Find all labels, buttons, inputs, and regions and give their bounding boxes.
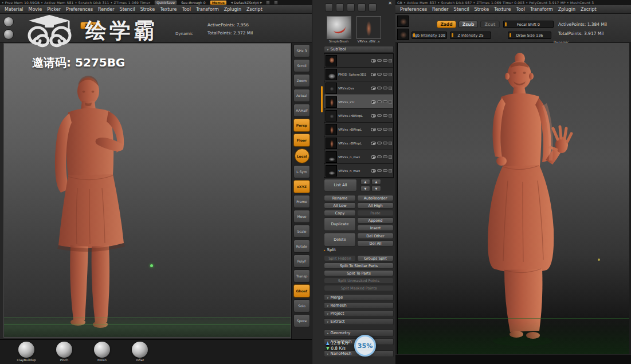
eye-icon[interactable] <box>371 59 376 62</box>
subtool-row[interactable]: VRVxsQvs <box>324 81 393 95</box>
remesh-section-header[interactable]: ▸ Remesh <box>324 302 394 309</box>
menu-zplugin[interactable]: Zplugin <box>224 7 241 12</box>
paint-icon[interactable] <box>389 114 392 118</box>
tray-spix[interactable]: SPix 3 <box>293 44 310 57</box>
split-to-parts-button[interactable]: Split To Parts <box>324 270 394 276</box>
z-intensity-slider[interactable]: Z Intensity 25 <box>450 32 491 39</box>
zsub-button[interactable]: Zsub <box>458 21 478 28</box>
all-high-button[interactable]: All High <box>357 202 394 209</box>
current-tool-thumb[interactable]: VRVxs_rBW_.s <box>355 16 382 43</box>
menu-zplugin[interactable]: Zplugin <box>558 7 575 12</box>
split-similar-button[interactable]: Split To Similar Parts <box>324 263 394 269</box>
tray-ghost[interactable]: Ghost <box>293 284 310 298</box>
palette-icon-3[interactable] <box>347 3 355 11</box>
all-low-button[interactable]: All Low <box>324 202 356 209</box>
brush-item[interactable]: Polish <box>89 342 115 362</box>
menu-zscript[interactable]: Zscript <box>246 7 262 12</box>
tray-local[interactable]: Local <box>295 148 309 163</box>
eye-icon[interactable] <box>371 100 376 104</box>
prev-zscript-icon[interactable]: ◀ <box>231 1 233 4</box>
menu-transform[interactable]: Transform <box>530 7 553 12</box>
quicksave-button[interactable]: QuickSave <box>154 0 177 5</box>
subtool-row-selected[interactable]: VRVxs_s'U <box>324 95 393 109</box>
toggle-icon[interactable] <box>377 59 382 62</box>
brush-picker-icon[interactable] <box>3 17 14 27</box>
subtool-down-icon[interactable]: ▼ <box>360 186 370 191</box>
titlebar-icon-a[interactable] <box>266 1 270 5</box>
toggle-icon[interactable] <box>383 169 387 172</box>
zadd-button[interactable]: Zadd <box>80 22 101 29</box>
tray-xyz[interactable]: xXYZ <box>293 180 310 193</box>
toggle-icon[interactable] <box>383 87 387 89</box>
subtool-row[interactable] <box>324 54 393 68</box>
tray-lsym[interactable]: L.Sym <box>293 165 310 178</box>
eye-icon[interactable] <box>371 128 376 131</box>
toggle-icon[interactable] <box>383 59 387 62</box>
menus-button[interactable]: Menus <box>210 0 227 5</box>
menu-tool[interactable]: Tool <box>516 7 525 12</box>
menu-stroke[interactable]: Stroke <box>140 7 155 12</box>
eye-icon[interactable] <box>371 87 376 90</box>
zcut-button[interactable]: Zcut <box>480 21 500 28</box>
eye-icon[interactable] <box>371 114 376 118</box>
split-hidden-button[interactable]: Split Hidden <box>324 255 356 261</box>
geometry-section-header[interactable]: ▸ Geometry <box>324 330 394 336</box>
split-masked-button[interactable]: Split Masked Points <box>324 285 394 291</box>
dynamic-toggle[interactable]: Dynamic <box>175 32 193 36</box>
draw-size-slider[interactable]: Draw Size 136 <box>508 32 551 39</box>
menu-render[interactable]: Render <box>432 7 448 12</box>
paint-icon[interactable] <box>389 73 392 76</box>
extract-section-header[interactable]: ▸ Extract <box>324 318 394 325</box>
project-section-header[interactable]: ▸ Project <box>324 310 394 317</box>
tray-solo[interactable]: Solo <box>293 299 310 312</box>
zscript-selector[interactable]: ◀ DefaultZScript ▶ <box>231 1 262 5</box>
autoreorder-button[interactable]: AutoReorder <box>357 195 394 201</box>
tray-transp[interactable]: Transp <box>293 269 310 283</box>
material-thumb[interactable] <box>397 15 409 27</box>
tray-scale[interactable]: Scale <box>293 225 310 238</box>
paste-button[interactable]: Paste <box>357 210 394 216</box>
subtool-move-up-icon[interactable]: ▲ <box>371 179 381 185</box>
subtool-row[interactable]: PM3D_Sphere3D2 <box>324 68 393 81</box>
subtool-up-icon[interactable]: ▲ <box>360 179 370 185</box>
menu-stencil[interactable]: Stencil <box>454 7 469 12</box>
viewport-left[interactable] <box>3 43 291 338</box>
current-brush-thumb[interactable]: SimpleBrush <box>325 16 352 43</box>
subtool-row[interactable]: VRVxs_rBWxpL <box>324 136 393 150</box>
brush-item[interactable]: Pinch <box>52 342 77 362</box>
toggle-icon[interactable] <box>377 87 382 89</box>
tray-frame[interactable]: Frame <box>293 195 310 208</box>
toggle-icon[interactable] <box>377 128 382 131</box>
rename-button[interactable]: Rename <box>324 195 356 201</box>
menu-texture[interactable]: Texture <box>160 7 177 12</box>
menu-tool[interactable]: Tool <box>182 7 191 12</box>
menu-texture[interactable]: Texture <box>494 7 511 12</box>
groups-split-button[interactable]: Groups Split <box>357 255 394 261</box>
toggle-icon[interactable] <box>377 155 382 158</box>
subtool-move-down-icon[interactable]: ▼ <box>371 186 381 191</box>
eye-icon[interactable] <box>371 169 376 173</box>
tray-aahalf[interactable]: AAHalf <box>293 104 310 117</box>
subtool-section-header[interactable]: ▸ SubTool <box>324 46 394 53</box>
paint-icon[interactable] <box>389 155 392 159</box>
next-zscript-icon[interactable]: ▶ <box>260 1 262 4</box>
tray-actual[interactable]: Actual <box>293 89 310 102</box>
stroke-picker-icon[interactable] <box>3 29 14 40</box>
menu-preferences[interactable]: Preferences <box>400 7 427 12</box>
merge-section-header[interactable]: ▸ Merge <box>324 294 394 301</box>
paint-icon[interactable] <box>389 59 392 62</box>
tray-floor[interactable]: Floor <box>293 134 310 147</box>
subtool-row[interactable]: VRVxs_rBWxpL <box>324 123 393 136</box>
toggle-icon[interactable] <box>377 114 382 117</box>
toggle-icon[interactable] <box>377 142 382 144</box>
brush-item[interactable]: Inflat <box>127 342 152 362</box>
paint-icon[interactable] <box>389 169 392 173</box>
append-button[interactable]: Append <box>357 217 394 224</box>
eye-icon[interactable] <box>371 73 376 76</box>
list-all-button[interactable]: List All <box>324 179 357 191</box>
tray-move[interactable]: Move <box>293 210 310 223</box>
tray-spore[interactable]: Spore <box>293 314 310 327</box>
menu-stroke[interactable]: Stroke <box>475 7 489 12</box>
del-all-button[interactable]: Del All <box>357 240 394 246</box>
tray-persp[interactable]: Persp <box>293 119 310 132</box>
